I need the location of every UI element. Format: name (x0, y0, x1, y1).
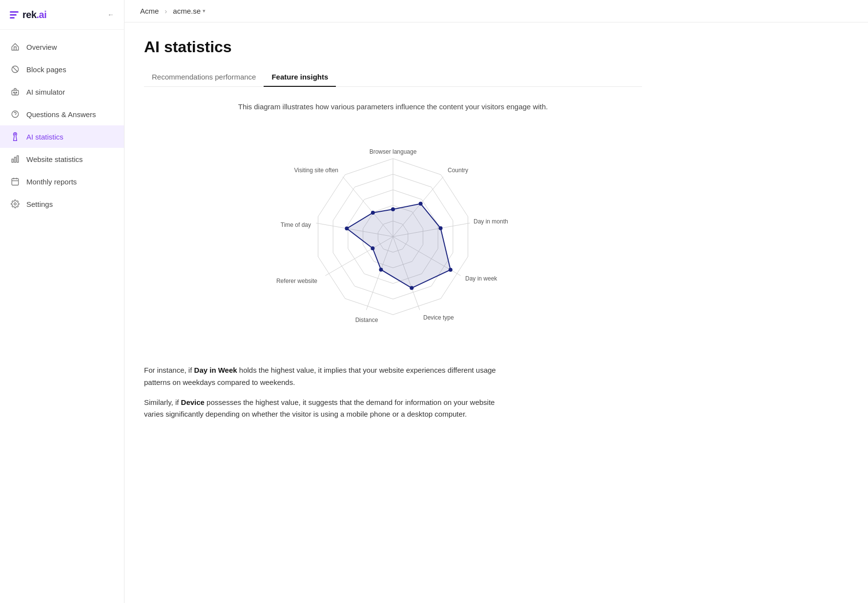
logo-name: rek.ai (22, 9, 46, 20)
tab-feature-insights[interactable]: Feature insights (264, 68, 336, 87)
radar-chart: .grid-poly { fill: none; stroke: #d0d0d0… (227, 115, 559, 349)
qa-icon (10, 109, 21, 120)
svg-text:Day in month: Day in month (474, 218, 508, 225)
svg-point-36 (410, 286, 413, 290)
logo: rek.ai (10, 9, 46, 20)
page-title: AI statistics (144, 38, 642, 56)
chart-icon (10, 154, 21, 164)
tabs-bar: Recommendations performance Feature insi… (144, 68, 642, 87)
svg-marker-31 (347, 204, 450, 288)
sidebar-header: rek.ai ← (0, 0, 124, 30)
svg-text:Time of day: Time of day (281, 221, 311, 228)
svg-rect-11 (17, 156, 19, 162)
sidebar-item-ai-statistics[interactable]: AI statistics (0, 125, 124, 148)
sidebar-item-ai-simulator[interactable]: AI simulator (0, 80, 124, 103)
svg-line-1 (13, 67, 18, 72)
calendar-icon (10, 176, 21, 187)
sidebar: rek.ai ← Overview Block pages AI simulat… (0, 0, 124, 603)
explanation-text: For instance, if Day in Week holds the h… (144, 364, 505, 421)
collapse-button[interactable]: ← (105, 9, 116, 20)
breadcrumb-parent: Acme (140, 7, 159, 15)
chevron-down-icon: ▾ (203, 8, 206, 14)
topbar: Acme › acme.se ▾ (124, 0, 868, 22)
svg-text:Visiting site often: Visiting site often (294, 167, 339, 174)
sidebar-item-website-statistics[interactable]: Website statistics (0, 148, 124, 170)
robot-icon (10, 86, 21, 97)
sidebar-item-website-statistics-label: Website statistics (26, 155, 83, 163)
svg-text:Distance: Distance (355, 317, 378, 323)
tab-recommendations[interactable]: Recommendations performance (144, 68, 264, 87)
svg-rect-10 (15, 157, 16, 162)
sidebar-item-overview-label: Overview (26, 43, 57, 51)
explanation-paragraph-2: Similarly, if Device possesses the highe… (144, 397, 505, 421)
home-icon (10, 41, 21, 52)
sidebar-item-qa-label: Questions & Answers (26, 110, 96, 119)
svg-point-32 (391, 207, 395, 211)
svg-text:Device type: Device type (423, 314, 454, 321)
block-icon (10, 64, 21, 75)
radar-svg: .grid-poly { fill: none; stroke: #d0d0d0… (227, 115, 559, 349)
svg-point-3 (14, 92, 15, 93)
logo-icon (10, 11, 19, 19)
ai-stats-icon (10, 131, 21, 142)
diagram-description: This diagram illustrates how various par… (144, 102, 642, 111)
svg-rect-9 (12, 159, 13, 162)
sidebar-item-settings-label: Settings (26, 200, 53, 208)
svg-point-4 (16, 92, 17, 93)
sidebar-item-overview[interactable]: Overview (0, 36, 124, 58)
svg-rect-2 (12, 90, 19, 95)
sidebar-nav: Overview Block pages AI simulator Questi… (0, 30, 124, 221)
svg-text:Day in week: Day in week (465, 275, 497, 282)
svg-point-16 (14, 203, 17, 205)
main-content: Acme › acme.se ▾ AI statistics Recommend… (124, 0, 868, 603)
svg-rect-12 (12, 179, 19, 185)
svg-point-8 (14, 133, 16, 135)
sidebar-item-monthly-reports[interactable]: Monthly reports (0, 170, 124, 193)
svg-point-34 (439, 226, 443, 230)
svg-point-39 (345, 226, 349, 230)
svg-point-33 (419, 202, 423, 206)
explanation-paragraph-1: For instance, if Day in Week holds the h… (144, 364, 505, 389)
svg-point-38 (371, 246, 374, 250)
svg-point-35 (449, 268, 453, 272)
svg-point-37 (379, 268, 383, 272)
breadcrumb-current[interactable]: acme.se ▾ (173, 7, 206, 15)
gear-icon (10, 199, 21, 209)
sidebar-item-monthly-reports-label: Monthly reports (26, 178, 77, 186)
breadcrumb-separator: › (165, 7, 167, 15)
breadcrumb-current-text: acme.se (173, 7, 201, 15)
svg-point-40 (371, 211, 375, 215)
sidebar-item-qa[interactable]: Questions & Answers (0, 103, 124, 125)
sidebar-item-block-pages[interactable]: Block pages (0, 58, 124, 80)
svg-text:Browser language: Browser language (370, 148, 417, 155)
sidebar-item-block-pages-label: Block pages (26, 65, 66, 74)
svg-text:Country: Country (448, 167, 468, 174)
svg-text:Referer website: Referer website (276, 278, 317, 284)
sidebar-item-settings[interactable]: Settings (0, 193, 124, 215)
sidebar-item-ai-simulator-label: AI simulator (26, 88, 65, 96)
page-body: AI statistics Recommendations performanc… (124, 22, 661, 444)
sidebar-item-ai-statistics-label: AI statistics (26, 133, 63, 141)
